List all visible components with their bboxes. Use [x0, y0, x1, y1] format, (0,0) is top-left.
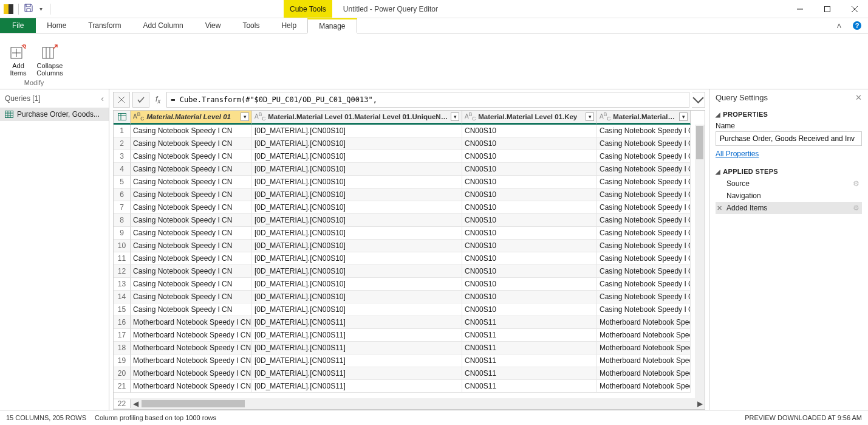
- cell[interactable]: Casing Notebook Speedy I CN: [597, 125, 691, 137]
- cell[interactable]: CN00S10: [462, 291, 597, 303]
- cell[interactable]: CN00S10: [462, 163, 597, 176]
- tab-help[interactable]: Help: [270, 18, 307, 33]
- table-row[interactable]: 8Casing Notebook Speedy I CN[0D_MATERIAL…: [114, 214, 705, 227]
- table-row[interactable]: 3Casing Notebook Speedy I CN[0D_MATERIAL…: [114, 150, 705, 163]
- cell[interactable]: Casing Notebook Speedy I CN: [131, 278, 252, 291]
- cell[interactable]: Casing Notebook Speedy I CN: [131, 163, 252, 176]
- cell[interactable]: Casing Notebook Speedy I CN: [131, 227, 252, 240]
- cancel-formula-button[interactable]: [113, 92, 130, 108]
- cell[interactable]: Casing Notebook Speedy I CN: [131, 240, 252, 252]
- collapse-ribbon-button[interactable]: ᐱ: [832, 18, 846, 33]
- cell[interactable]: [0D_MATERIAL].[CN00S10]: [252, 278, 462, 291]
- cell[interactable]: CN00S10: [462, 252, 597, 265]
- cell[interactable]: CN00S10: [462, 150, 597, 163]
- table-row[interactable]: 9Casing Notebook Speedy I CN[0D_MATERIAL…: [114, 227, 705, 240]
- table-row[interactable]: 21Motherboard Notebook Speedy I CN[0D_MA…: [114, 380, 705, 393]
- window-minimize[interactable]: [786, 0, 813, 18]
- collapse-columns-button[interactable]: Collapse Columns: [35, 41, 64, 78]
- cell[interactable]: [0D_MATERIAL].[CN00S10]: [252, 176, 462, 188]
- cell[interactable]: [0D_MATERIAL].[CN00S11]: [252, 354, 462, 367]
- table-row[interactable]: 7Casing Notebook Speedy I CN[0D_MATERIAL…: [114, 201, 705, 214]
- cell[interactable]: Casing Notebook Speedy I CN: [597, 303, 691, 316]
- cell[interactable]: Motherboard Notebook Speedy I CN: [131, 354, 252, 367]
- applied-step[interactable]: Source⚙: [716, 178, 862, 190]
- cell[interactable]: [0D_MATERIAL].[CN00S10]: [252, 227, 462, 240]
- delete-step-icon[interactable]: ✕: [717, 204, 722, 212]
- cell[interactable]: CN00S10: [462, 265, 597, 278]
- cell[interactable]: Casing Notebook Speedy I CN: [597, 227, 691, 240]
- cell[interactable]: CN00S10: [462, 137, 597, 150]
- cell[interactable]: CN00S11: [462, 329, 597, 342]
- cell[interactable]: CN00S10: [462, 227, 597, 240]
- cell[interactable]: Motherboard Notebook Speedy I CN: [131, 367, 252, 380]
- table-row[interactable]: 16Motherboard Notebook Speedy I CN[0D_MA…: [114, 316, 705, 329]
- cell[interactable]: CN00S11: [462, 367, 597, 380]
- table-row[interactable]: 1Casing Notebook Speedy I CN[0D_MATERIAL…: [114, 125, 705, 137]
- cell[interactable]: Motherboard Notebook Speed: [597, 342, 691, 354]
- cell[interactable]: CN00S10: [462, 240, 597, 252]
- table-row[interactable]: 5Casing Notebook Speedy I CN[0D_MATERIAL…: [114, 176, 705, 188]
- table-row[interactable]: 15Casing Notebook Speedy I CN[0D_MATERIA…: [114, 303, 705, 316]
- table-row[interactable]: 14Casing Notebook Speedy I CN[0D_MATERIA…: [114, 291, 705, 303]
- cell[interactable]: Casing Notebook Speedy I CN: [597, 176, 691, 188]
- confirm-formula-button[interactable]: [132, 92, 149, 108]
- column-header[interactable]: ABCMaterial.Material Level 01▾: [131, 111, 252, 125]
- cell[interactable]: Casing Notebook Speedy I CN: [597, 278, 691, 291]
- cell[interactable]: Motherboard Notebook Speed: [597, 367, 691, 380]
- tab-tools[interactable]: Tools: [231, 18, 270, 33]
- cell[interactable]: CN00S10: [462, 303, 597, 316]
- chevron-icon[interactable]: ◢: [716, 168, 720, 175]
- column-filter-dropdown[interactable]: ▾: [451, 112, 459, 121]
- cell[interactable]: [0D_MATERIAL].[CN00S10]: [252, 163, 462, 176]
- cell[interactable]: CN00S11: [462, 342, 597, 354]
- tab-add-column[interactable]: Add Column: [132, 18, 194, 33]
- column-header[interactable]: ABCMaterial.Material Level 01.Key▾: [462, 111, 597, 125]
- table-row[interactable]: 6Casing Notebook Speedy I CN[0D_MATERIAL…: [114, 188, 705, 201]
- cell[interactable]: Casing Notebook Speedy I CN: [131, 303, 252, 316]
- cell[interactable]: Motherboard Notebook Speed: [597, 329, 691, 342]
- cell[interactable]: [0D_MATERIAL].[CN00S10]: [252, 240, 462, 252]
- tab-file[interactable]: File: [0, 18, 36, 33]
- cell[interactable]: CN00S10: [462, 201, 597, 214]
- cell[interactable]: Casing Notebook Speedy I CN: [131, 252, 252, 265]
- cell[interactable]: Casing Notebook Speedy I CN: [131, 214, 252, 227]
- applied-step[interactable]: ✕Added Items⚙: [716, 202, 862, 214]
- cell[interactable]: [0D_MATERIAL].[CN00S10]: [252, 150, 462, 163]
- table-row[interactable]: 2Casing Notebook Speedy I CN[0D_MATERIAL…: [114, 137, 705, 150]
- cell[interactable]: [0D_MATERIAL].[CN00S10]: [252, 252, 462, 265]
- cell[interactable]: Motherboard Notebook Speedy I CN: [131, 329, 252, 342]
- save-button[interactable]: [24, 3, 33, 15]
- context-tab-cube-tools[interactable]: Cube Tools: [284, 0, 332, 18]
- cell[interactable]: Motherboard Notebook Speed: [597, 316, 691, 329]
- cell[interactable]: Casing Notebook Speedy I CN: [597, 188, 691, 201]
- cell[interactable]: [0D_MATERIAL].[CN00S10]: [252, 214, 462, 227]
- cell[interactable]: Casing Notebook Speedy I CN: [131, 265, 252, 278]
- tab-view[interactable]: View: [194, 18, 232, 33]
- cell[interactable]: [0D_MATERIAL].[CN00S10]: [252, 137, 462, 150]
- cell[interactable]: Motherboard Notebook Speedy I CN: [131, 316, 252, 329]
- cell[interactable]: Casing Notebook Speedy I CN: [597, 214, 691, 227]
- cell[interactable]: [0D_MATERIAL].[CN00S11]: [252, 316, 462, 329]
- applied-step[interactable]: Navigation: [716, 190, 862, 202]
- cell[interactable]: Motherboard Notebook Speed: [597, 380, 691, 393]
- table-row[interactable]: 4Casing Notebook Speedy I CN[0D_MATERIAL…: [114, 163, 705, 176]
- column-header[interactable]: ABCMaterial.Material Level 01.Material L…: [252, 111, 462, 125]
- cell[interactable]: [0D_MATERIAL].[CN00S11]: [252, 329, 462, 342]
- cell[interactable]: [0D_MATERIAL].[CN00S10]: [252, 188, 462, 201]
- column-filter-dropdown[interactable]: ▾: [586, 112, 594, 121]
- expand-formula-button[interactable]: [692, 92, 705, 108]
- qat-dropdown[interactable]: ▾: [37, 4, 45, 13]
- cell[interactable]: Casing Notebook Speedy I CN: [597, 137, 691, 150]
- cell[interactable]: CN00S10: [462, 176, 597, 188]
- gear-icon[interactable]: ⚙: [853, 179, 859, 188]
- cell[interactable]: [0D_MATERIAL].[CN00S10]: [252, 201, 462, 214]
- table-row[interactable]: 12Casing Notebook Speedy I CN[0D_MATERIA…: [114, 265, 705, 278]
- gear-icon[interactable]: ⚙: [853, 204, 859, 212]
- chevron-icon[interactable]: ◢: [716, 111, 720, 118]
- cell[interactable]: Casing Notebook Speedy I CN: [131, 125, 252, 137]
- cell[interactable]: CN00S11: [462, 354, 597, 367]
- cell[interactable]: Motherboard Notebook Speedy I CN: [131, 380, 252, 393]
- cell[interactable]: Motherboard Notebook Speedy I CN: [131, 342, 252, 354]
- cell[interactable]: Motherboard Notebook Speed: [597, 354, 691, 367]
- query-name-input[interactable]: [716, 131, 862, 146]
